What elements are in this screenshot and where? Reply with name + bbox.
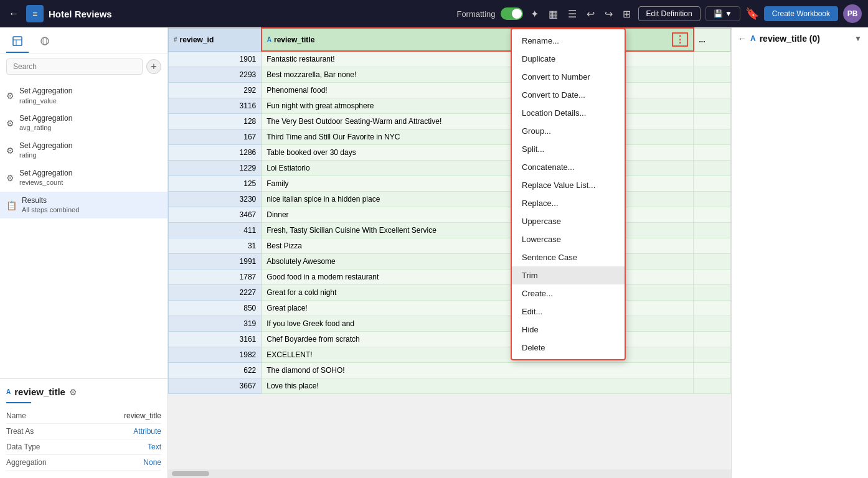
cell-extra (694, 83, 731, 98)
col-header-review-id[interactable]: #review_id (169, 28, 262, 51)
cell-extra (694, 161, 731, 176)
column-menu-dots[interactable]: ⋮ (672, 32, 688, 47)
data-table: #review_id Areview_title ⋮ ... 1901Fanta… (168, 27, 731, 394)
ctx-item-duplicate[interactable]: Duplicate (512, 50, 625, 68)
col-header-review-title[interactable]: Areview_title ⋮ (262, 28, 694, 51)
grid-scroll-area[interactable]: #review_id Areview_title ⋮ ... 1901Fanta… (168, 27, 731, 469)
sidebar-item-icon: 📋 (6, 200, 17, 210)
cell-review-title: Great place! (262, 301, 694, 316)
cell-review-title: Great for a cold night (262, 285, 694, 301)
ctx-item-split[interactable]: Split... (512, 140, 625, 158)
cell-extra (694, 316, 731, 332)
list-icon[interactable]: ☰ (565, 6, 579, 22)
right-panel-back-icon[interactable]: ← (738, 34, 747, 44)
avatar[interactable]: PB (843, 4, 862, 23)
table-row: 1229Loi Estiatorio (169, 161, 731, 176)
cell-review-title: The Very Best Outdoor Seating-Warm and A… (262, 114, 694, 129)
ctx-item-lowercase[interactable]: Lowercase (512, 230, 625, 248)
cell-review-title: Loi Estiatorio (262, 161, 694, 176)
cell-review-id: 3230 (169, 192, 262, 207)
cell-extra (694, 332, 731, 347)
ctx-item-convert-to-date[interactable]: Convert to Date... (512, 86, 625, 104)
col-info-val[interactable]: None (143, 458, 161, 467)
col-info-underline (6, 402, 31, 403)
cell-extra (694, 223, 731, 238)
ctx-item-replace[interactable]: Replace... (512, 194, 625, 212)
ctx-item-convert-to-number[interactable]: Convert to Number (512, 68, 625, 86)
cell-review-title: Fantastic restaurant! (262, 51, 694, 67)
table-row: 31Best Pizza (169, 238, 731, 254)
col-info-key: Treat As (6, 427, 34, 436)
table-row: 3230nice italian spice in a hidden place (169, 192, 731, 207)
ctx-item-sentence-case[interactable]: Sentence Case (512, 248, 625, 266)
cell-extra (694, 238, 731, 254)
tab-other[interactable] (34, 32, 56, 53)
sidebar-item-results[interactable]: 📋 Results All steps combined (0, 192, 167, 219)
table-row: 1787Good food in a modern restaurant (169, 269, 731, 285)
cell-review-title: Phenomenal food! (262, 83, 694, 98)
cell-extra (694, 254, 731, 269)
col-info-gear-icon[interactable]: ⚙ (69, 387, 77, 397)
col-info-name: review_title (14, 387, 65, 397)
search-input[interactable] (6, 59, 143, 75)
col-info-val[interactable]: Text (148, 443, 161, 451)
formatting-toggle[interactable] (501, 7, 523, 20)
col-info-key: Aggregation (6, 458, 47, 467)
cell-extra (694, 269, 731, 285)
edit-definition-button[interactable]: Edit Definition (638, 6, 701, 21)
col-info-row-treat-as: Treat As Attribute (6, 424, 161, 439)
col-info-val: review_title (124, 411, 161, 420)
table-row: 3467Dinner (169, 207, 731, 223)
sidebar-item-text: Set Aggregation avg_rating (19, 114, 72, 133)
topbar-center: Formatting ✦ ▦ ☰ ↩ ↪ ⊞ (456, 6, 633, 22)
cell-extra (694, 114, 731, 129)
sidebar-item-set-agg-4[interactable]: ⚙ Set Aggregation reviews_count (0, 164, 167, 192)
sidebar-item-set-agg-3[interactable]: ⚙ Set Aggregation rating (0, 137, 167, 164)
magic-icon[interactable]: ✦ (528, 6, 541, 22)
bookmark-icon[interactable]: 🔖 (745, 7, 759, 21)
right-panel-expand-icon[interactable]: ▼ (854, 34, 862, 43)
cell-extra (694, 378, 731, 394)
col-info-key: Name (6, 411, 26, 420)
ctx-item-uppercase[interactable]: Uppercase (512, 212, 625, 230)
cell-review-title: Good food in a modern restaurant (262, 269, 694, 285)
sidebar-item-label: Set Aggregation (19, 169, 72, 179)
chart-icon[interactable]: ⊞ (620, 6, 633, 22)
sidebar-item-set-agg-2[interactable]: ⚙ Set Aggregation avg_rating (0, 110, 167, 137)
add-button[interactable]: + (146, 59, 161, 74)
sidebar-item-sublabel: rating (19, 151, 72, 159)
col-header-extra[interactable]: ... (694, 28, 731, 51)
ctx-item-hide[interactable]: Hide (512, 321, 625, 339)
sidebar-item-sublabel: avg_rating (19, 123, 72, 132)
cell-review-title: Table booked over 30 days (262, 145, 694, 161)
ctx-item-group[interactable]: Group... (512, 122, 625, 140)
horizontal-scrollbar[interactable] (168, 469, 731, 478)
ctx-item-trim[interactable]: Trim (512, 266, 625, 284)
sidebar-item-label: Set Aggregation (19, 114, 72, 124)
undo-icon[interactable]: ↩ (584, 6, 597, 22)
ctx-item-rename[interactable]: Rename... (512, 32, 625, 50)
cell-review-id: 3467 (169, 207, 262, 223)
cell-extra (694, 301, 731, 316)
create-workbook-button[interactable]: Create Workbook (764, 6, 838, 21)
back-button[interactable]: ← (6, 6, 21, 22)
col-info-val[interactable]: Attribute (133, 427, 161, 436)
cell-extra (694, 98, 731, 114)
svg-point-4 (43, 37, 47, 45)
sidebar-item-set-agg-1[interactable]: ⚙ Set Aggregation rating_value (0, 82, 167, 110)
redo-icon[interactable]: ↪ (602, 6, 615, 22)
grid-icon[interactable]: ▦ (546, 6, 560, 22)
cell-extra (694, 207, 731, 223)
sidebar-item-sublabel: reviews_count (19, 178, 72, 187)
ctx-item-replace-value-list[interactable]: Replace Value List... (512, 176, 625, 194)
ctx-item-delete[interactable]: Delete (512, 339, 625, 357)
sidebar-item-label: Results (22, 196, 79, 206)
ctx-item-create[interactable]: Create... (512, 284, 625, 302)
ctx-item-location-details[interactable]: Location Details... (512, 104, 625, 122)
ctx-item-concatenate[interactable]: Concatenate... (512, 158, 625, 176)
tab-table[interactable] (6, 32, 29, 53)
hscroll-thumb[interactable] (172, 471, 209, 476)
ctx-item-edit[interactable]: Edit... (512, 302, 625, 321)
save-button[interactable]: 💾 ▼ (705, 6, 740, 21)
sidebar-item-text: Results All steps combined (22, 196, 79, 215)
